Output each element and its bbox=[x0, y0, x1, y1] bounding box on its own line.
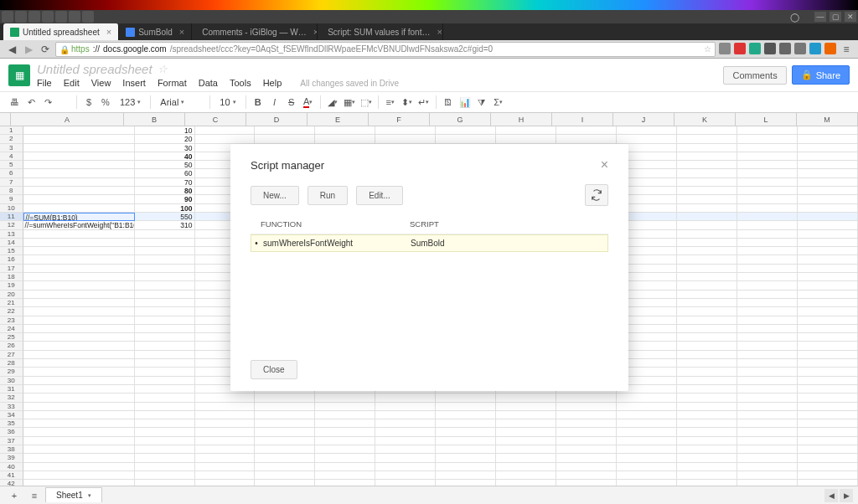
cell[interactable] bbox=[737, 325, 798, 333]
cell[interactable] bbox=[798, 161, 858, 169]
cell[interactable] bbox=[135, 403, 195, 411]
cell[interactable] bbox=[737, 239, 798, 247]
row-header[interactable]: 28 bbox=[0, 359, 23, 368]
cell[interactable] bbox=[375, 393, 436, 402]
reload-button[interactable]: ⟳ bbox=[39, 43, 52, 56]
cell[interactable] bbox=[135, 393, 195, 402]
cell[interactable] bbox=[737, 221, 798, 229]
cell[interactable] bbox=[135, 307, 195, 316]
ext-icon[interactable] bbox=[809, 43, 821, 54]
cell[interactable] bbox=[556, 471, 617, 480]
cell[interactable] bbox=[677, 359, 737, 368]
cell[interactable] bbox=[798, 247, 858, 255]
borders-icon[interactable]: ▦▾ bbox=[342, 95, 357, 110]
column-header[interactable]: G bbox=[430, 113, 491, 126]
row-header[interactable]: 11 bbox=[0, 213, 23, 221]
cell[interactable] bbox=[135, 463, 195, 471]
sheet-tab-menu-icon[interactable]: ▾ bbox=[88, 492, 91, 499]
column-header[interactable]: I bbox=[552, 113, 613, 126]
cell[interactable] bbox=[677, 247, 737, 255]
cell[interactable] bbox=[496, 463, 556, 471]
cell[interactable] bbox=[737, 368, 798, 376]
cell[interactable] bbox=[23, 342, 135, 350]
cell[interactable] bbox=[677, 385, 737, 393]
row-header[interactable]: 22 bbox=[0, 307, 23, 316]
cell[interactable] bbox=[436, 393, 496, 402]
cell[interactable] bbox=[737, 169, 798, 177]
cell[interactable] bbox=[315, 403, 375, 411]
cell[interactable] bbox=[737, 126, 798, 135]
column-header[interactable]: E bbox=[308, 113, 369, 126]
cell[interactable] bbox=[436, 445, 496, 454]
ext-icon[interactable] bbox=[15, 11, 27, 23]
cell[interactable] bbox=[677, 377, 737, 385]
cell[interactable]: 80 bbox=[135, 187, 195, 195]
cell[interactable] bbox=[23, 195, 135, 203]
cell[interactable]: 90 bbox=[135, 195, 195, 203]
sheet-tab[interactable]: Sheet1 ▾ bbox=[45, 487, 102, 502]
cell[interactable] bbox=[375, 454, 436, 462]
cell[interactable] bbox=[23, 144, 135, 152]
cell[interactable] bbox=[375, 471, 436, 480]
cell[interactable] bbox=[195, 463, 256, 471]
format-more[interactable]: 123▾ bbox=[115, 97, 146, 107]
row-header[interactable]: 21 bbox=[0, 299, 23, 307]
cell[interactable] bbox=[556, 428, 617, 436]
cell[interactable] bbox=[315, 419, 375, 428]
cell[interactable] bbox=[798, 342, 858, 350]
cell[interactable] bbox=[135, 299, 195, 307]
scroll-left-button[interactable]: ◀ bbox=[824, 489, 838, 502]
cell[interactable] bbox=[737, 255, 798, 264]
cell[interactable] bbox=[677, 126, 737, 135]
cell[interactable] bbox=[315, 135, 375, 143]
cell[interactable] bbox=[737, 463, 798, 471]
print-icon[interactable]: 🖶 bbox=[7, 95, 22, 110]
filter-icon[interactable]: ⧩ bbox=[474, 95, 489, 110]
cell[interactable] bbox=[255, 403, 315, 411]
cell[interactable] bbox=[255, 428, 315, 436]
cell[interactable] bbox=[23, 385, 135, 393]
cell[interactable] bbox=[737, 377, 798, 385]
cell[interactable] bbox=[23, 247, 135, 255]
menu-view[interactable]: View bbox=[91, 78, 111, 88]
cell[interactable] bbox=[135, 351, 195, 359]
cell[interactable] bbox=[195, 471, 256, 480]
menu-help[interactable]: Help bbox=[263, 78, 282, 88]
cell[interactable] bbox=[135, 265, 195, 273]
menu-tools[interactable]: Tools bbox=[230, 78, 251, 88]
cell[interactable] bbox=[436, 419, 496, 428]
cell[interactable] bbox=[375, 428, 436, 436]
cell[interactable] bbox=[23, 230, 135, 239]
cell[interactable] bbox=[617, 135, 677, 143]
row-header[interactable]: 5 bbox=[0, 161, 23, 169]
column-header[interactable]: J bbox=[613, 113, 675, 126]
row-header[interactable]: 14 bbox=[0, 239, 23, 247]
cell[interactable] bbox=[798, 230, 858, 239]
strikethrough-icon[interactable]: S bbox=[284, 95, 299, 110]
italic-icon[interactable]: I bbox=[267, 95, 282, 110]
new-button[interactable]: New... bbox=[251, 186, 299, 205]
row-header[interactable]: 1 bbox=[0, 126, 23, 135]
cell[interactable] bbox=[798, 239, 858, 247]
cell[interactable] bbox=[255, 471, 315, 480]
cell[interactable] bbox=[737, 359, 798, 368]
cell[interactable] bbox=[677, 403, 737, 411]
cell[interactable] bbox=[23, 152, 135, 161]
cell[interactable] bbox=[798, 265, 858, 273]
cell[interactable] bbox=[556, 126, 617, 135]
row-header[interactable]: 31 bbox=[0, 385, 23, 393]
cell[interactable] bbox=[677, 368, 737, 376]
row-header[interactable]: 2 bbox=[0, 135, 23, 143]
cell[interactable] bbox=[436, 437, 496, 445]
cell[interactable] bbox=[737, 135, 798, 143]
cell[interactable] bbox=[375, 437, 436, 445]
cell[interactable] bbox=[737, 144, 798, 152]
cell[interactable] bbox=[677, 463, 737, 471]
cell[interactable] bbox=[23, 325, 135, 333]
cell[interactable] bbox=[195, 393, 256, 402]
cell[interactable] bbox=[798, 403, 858, 411]
cell[interactable] bbox=[23, 351, 135, 359]
cell[interactable] bbox=[798, 471, 858, 480]
cell[interactable]: 30 bbox=[135, 144, 195, 152]
cell[interactable] bbox=[496, 471, 556, 480]
